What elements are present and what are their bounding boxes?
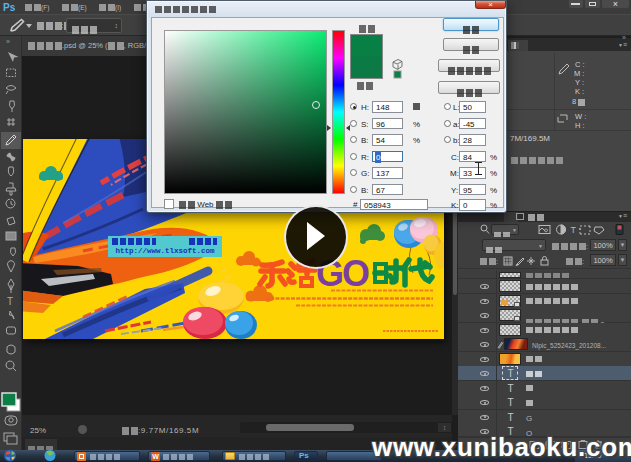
- svg-text:T: T: [571, 225, 577, 235]
- svg-text:»: »: [6, 38, 10, 45]
- svg-text:T: T: [7, 296, 13, 307]
